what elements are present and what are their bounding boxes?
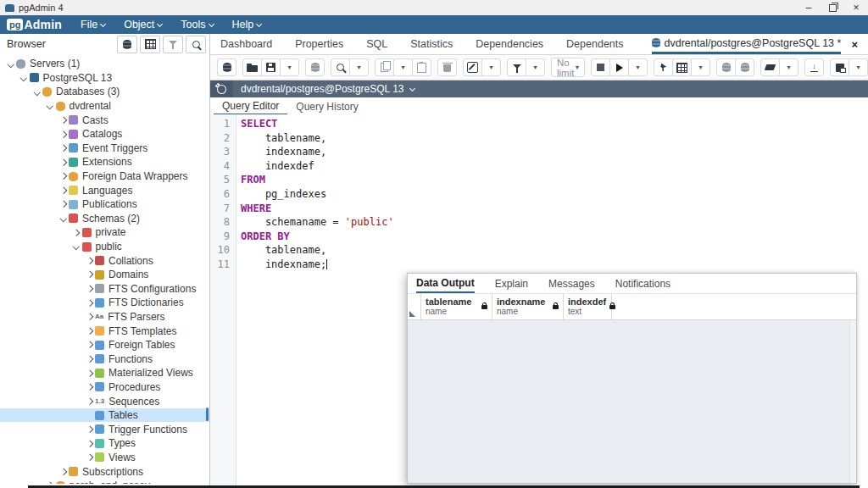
tree-expand-toggle[interactable]	[84, 371, 95, 376]
rollback-button[interactable]	[735, 58, 754, 76]
column-header-indexname[interactable]: indexnamename	[492, 294, 564, 319]
tree-item-fts-dictionaries[interactable]: FTS Dictionaries	[0, 296, 209, 310]
filtered-rows-button[interactable]	[163, 36, 183, 53]
row-limit-select[interactable]: No limit▾	[551, 58, 585, 77]
tab-query-history[interactable]: Query History	[287, 97, 366, 115]
tree-item-foreign-data-wrappers[interactable]: Foreign Data Wrappers	[0, 169, 209, 184]
save-file-button[interactable]	[261, 58, 281, 76]
tree-item-parch-and-posey[interactable]: parch_and_posey	[0, 479, 209, 484]
results-tab-explain[interactable]: Explain	[495, 274, 528, 293]
tree-item-materialized-views[interactable]: Materialized Views	[0, 366, 209, 380]
tree-item-publications[interactable]: Publications	[0, 197, 209, 212]
tab-properties[interactable]: Properties	[295, 34, 343, 54]
tree-item-languages[interactable]: Languages	[0, 183, 209, 197]
tree-expand-toggle[interactable]	[5, 62, 16, 67]
minimize-button[interactable]: –	[797, 0, 821, 15]
execute-query-button[interactable]	[609, 58, 629, 76]
tree-expand-toggle[interactable]	[45, 483, 56, 484]
tree-expand-toggle[interactable]	[58, 216, 69, 221]
tree-expand-toggle[interactable]	[84, 272, 95, 277]
column-header-indexdef[interactable]: indexdeftext	[564, 294, 612, 319]
close-tab-button[interactable]: ×	[841, 34, 868, 54]
paste-button[interactable]	[412, 58, 431, 76]
view-data-button[interactable]	[140, 36, 160, 53]
results-tab-notifications[interactable]: Notifications	[615, 274, 670, 293]
commit-button[interactable]	[716, 58, 736, 76]
tab-dependencies[interactable]: Dependencies	[476, 34, 543, 54]
column-header-tablename[interactable]: tablenamename	[421, 294, 492, 319]
select-all-cell[interactable]	[408, 294, 421, 319]
tree-expand-toggle[interactable]	[84, 441, 95, 446]
tab-dashboard[interactable]: Dashboard	[220, 34, 272, 54]
tree-expand-toggle[interactable]	[84, 258, 95, 263]
tree-expand-toggle[interactable]	[45, 103, 56, 108]
tree-item-trigger-functions[interactable]: Trigger Functions	[0, 422, 209, 436]
tree-expand-toggle[interactable]	[84, 314, 95, 319]
tree-item-tables[interactable]: Tables	[0, 408, 209, 423]
tree-expand-toggle[interactable]	[84, 286, 95, 291]
execute-cursor-button[interactable]	[654, 58, 673, 76]
tree-item-schemas-2-[interactable]: Schemas (2)	[0, 212, 209, 226]
macro-button[interactable]	[830, 58, 849, 76]
open-file-button[interactable]	[242, 58, 262, 76]
tree-item-domains[interactable]: Domains	[0, 268, 209, 282]
tab-query-editor[interactable]: Query Editor	[214, 97, 287, 115]
search-objects-button[interactable]	[186, 36, 206, 53]
menu-file[interactable]: File	[81, 19, 105, 30]
menu-object[interactable]: Object	[124, 19, 162, 30]
tree-scrollbar-thumb[interactable]	[206, 408, 209, 421]
tree-expand-toggle[interactable]	[58, 160, 69, 165]
tree-item-types[interactable]: Types	[0, 436, 209, 451]
delete-button[interactable]	[437, 58, 457, 76]
tree-item-functions[interactable]: Functions	[0, 352, 209, 366]
connection-selector[interactable]: dvdrental/postgres@PostgreSQL 13	[241, 83, 415, 95]
tree-item-databases-3-[interactable]: Databases (3)	[0, 85, 209, 99]
tree-item-collations[interactable]: Collations	[0, 253, 209, 268]
tree-item-procedures[interactable]: Procedures	[0, 380, 209, 395]
tree-expand-toggle[interactable]	[84, 342, 95, 347]
sql-code-area[interactable]: SELECT tablename, indexname, indexdefFRO…	[236, 114, 394, 488]
find-options-button[interactable]: ▾	[349, 58, 369, 76]
close-window-button[interactable]: ×	[844, 0, 868, 15]
tree-expand-toggle[interactable]	[58, 132, 69, 137]
tree-expand-toggle[interactable]	[84, 385, 95, 390]
tree-expand-toggle[interactable]	[19, 75, 30, 80]
tree-expand-toggle[interactable]	[58, 174, 69, 179]
cancel-query-button[interactable]	[591, 58, 610, 76]
copy-options-button[interactable]: ▾	[393, 58, 413, 76]
tree-item-catalogs[interactable]: Catalogs	[0, 127, 209, 141]
query-tool-button[interactable]	[117, 36, 137, 53]
results-tab-data-output[interactable]: Data Output	[416, 274, 475, 293]
data-grid-options-button[interactable]: ▾	[691, 58, 710, 76]
tree-expand-toggle[interactable]	[58, 146, 69, 151]
results-tab-messages[interactable]: Messages	[548, 274, 595, 293]
edit-options-button[interactable]: ▾	[481, 58, 501, 76]
tree-item-subscriptions[interactable]: Subscriptions	[0, 464, 209, 479]
tab-sql[interactable]: SQL	[366, 34, 387, 54]
find-button[interactable]	[331, 58, 350, 76]
save-data-changes-button[interactable]	[305, 58, 325, 76]
tree-item-servers-1-[interactable]: Servers (1)	[0, 57, 209, 71]
tree-item-sequences[interactable]: 1.3Sequences	[0, 394, 209, 408]
new-query-tool-button[interactable]	[217, 58, 236, 76]
tab-statistics[interactable]: Statistics	[410, 34, 453, 54]
tree-item-fts-configurations[interactable]: FTS Configurations	[0, 282, 209, 297]
tree-expand-toggle[interactable]	[58, 202, 69, 207]
tab-query-tool[interactable]: dvdrental/postgres@PostgreSQL 13 *	[652, 34, 842, 54]
clear-options-button[interactable]: ▾	[779, 58, 798, 76]
download-results-button[interactable]: ↓	[804, 58, 824, 76]
restore-button[interactable]	[821, 0, 844, 15]
tree-item-private[interactable]: private	[0, 225, 209, 240]
tree-expand-toggle[interactable]	[84, 357, 95, 362]
tree-item-casts[interactable]: Casts	[0, 113, 209, 127]
tree-expand-toggle[interactable]	[84, 399, 95, 404]
tree-expand-toggle[interactable]	[84, 427, 95, 432]
tree-item-extensions[interactable]: Extensions	[0, 155, 209, 169]
tree-expand-toggle[interactable]	[71, 244, 82, 249]
tree-item-public[interactable]: public	[0, 240, 209, 254]
tab-dependents[interactable]: Dependents	[566, 34, 623, 54]
tree-expand-toggle[interactable]	[71, 230, 82, 236]
tree-expand-toggle[interactable]	[58, 118, 69, 123]
tree-expand-toggle[interactable]	[58, 188, 69, 193]
menu-help[interactable]: Help	[232, 19, 262, 30]
